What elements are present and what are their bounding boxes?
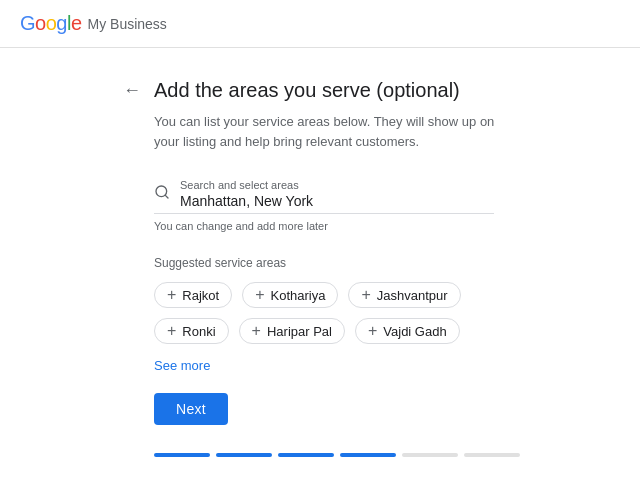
chip-label: Kothariya: [271, 288, 326, 303]
chip-haripar-pal[interactable]: + Haripar Pal: [239, 318, 345, 344]
main-content: ← Add the areas you serve (optional) You…: [0, 48, 640, 477]
content-box: ← Add the areas you serve (optional) You…: [120, 78, 520, 457]
chip-label: Vajdi Gadh: [383, 324, 446, 339]
chip-plus-icon: +: [252, 323, 261, 339]
header-subtitle: My Business: [88, 16, 167, 32]
page-description: You can list your service areas below. T…: [154, 112, 520, 151]
chip-rajkot[interactable]: + Rajkot: [154, 282, 232, 308]
title-row: ← Add the areas you serve (optional): [120, 78, 520, 102]
search-icon: [154, 184, 170, 204]
search-field[interactable]: Search and select areas Manhattan, New Y…: [154, 175, 494, 214]
chip-label: Haripar Pal: [267, 324, 332, 339]
search-label: Search and select areas: [180, 179, 494, 191]
chips-row-2: + Ronki + Haripar Pal + Vajdi Gadh: [154, 318, 520, 344]
chip-label: Ronki: [182, 324, 215, 339]
page-title: Add the areas you serve (optional): [154, 79, 460, 102]
back-button[interactable]: ←: [120, 78, 144, 102]
chip-plus-icon: +: [255, 287, 264, 303]
helper-text: You can change and add more later: [154, 220, 520, 232]
svg-line-1: [165, 195, 168, 198]
suggested-section: Suggested service areas + Rajkot + Kotha…: [154, 256, 520, 344]
see-more-link[interactable]: See more: [154, 358, 210, 373]
next-button[interactable]: Next: [154, 393, 228, 425]
chip-jashvantpur[interactable]: + Jashvantpur: [348, 282, 460, 308]
chip-plus-icon: +: [368, 323, 377, 339]
google-logo: Google: [20, 12, 82, 35]
search-inner: Search and select areas Manhattan, New Y…: [180, 179, 494, 209]
progress-segment-5: [402, 453, 458, 457]
search-container: Search and select areas Manhattan, New Y…: [154, 175, 520, 214]
progress-bar: [154, 453, 520, 457]
progress-segment-6: [464, 453, 520, 457]
chip-kothariya[interactable]: + Kothariya: [242, 282, 338, 308]
chip-label: Jashvantpur: [377, 288, 448, 303]
progress-segment-2: [216, 453, 272, 457]
button-container: Next: [120, 393, 520, 425]
chips-row-1: + Rajkot + Kothariya + Jashvantpur: [154, 282, 520, 308]
search-value: Manhattan, New York: [180, 193, 494, 209]
chip-plus-icon: +: [361, 287, 370, 303]
chip-ronki[interactable]: + Ronki: [154, 318, 229, 344]
chip-label: Rajkot: [182, 288, 219, 303]
chip-vajdi-gadh[interactable]: + Vajdi Gadh: [355, 318, 460, 344]
progress-segment-1: [154, 453, 210, 457]
progress-segment-3: [278, 453, 334, 457]
chip-plus-icon: +: [167, 287, 176, 303]
header: Google My Business: [0, 0, 640, 48]
suggested-label: Suggested service areas: [154, 256, 520, 270]
progress-segment-4: [340, 453, 396, 457]
chip-plus-icon: +: [167, 323, 176, 339]
